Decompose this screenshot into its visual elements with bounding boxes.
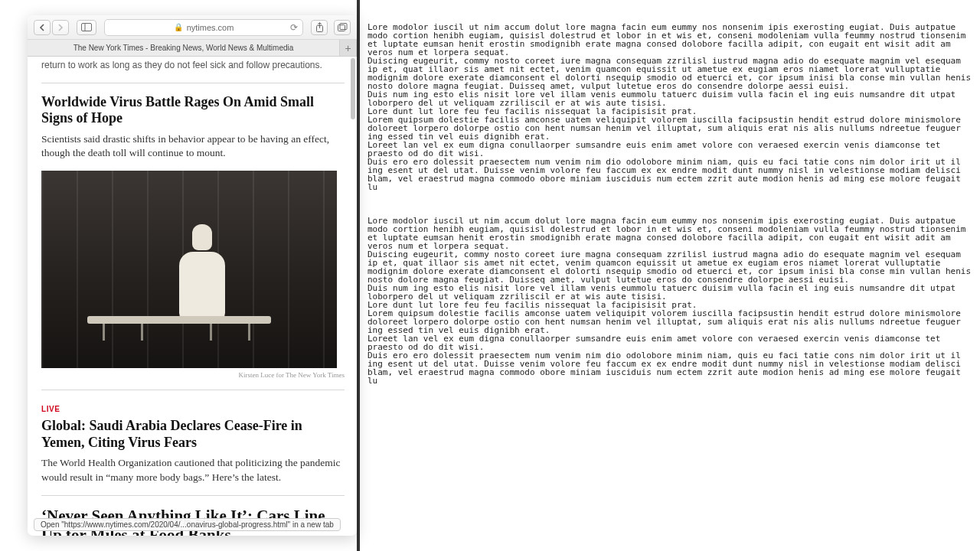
article-summary: Scientists said drastic shifts in behavi…	[41, 132, 345, 160]
svg-rect-0	[82, 24, 92, 31]
divider	[41, 495, 345, 496]
reload-button[interactable]: ⟳	[290, 22, 298, 33]
tab-nytimes[interactable]: The New York Times - Breaking News, Worl…	[28, 40, 340, 56]
divider	[41, 390, 345, 390]
article-headline: Global: Saudi Arabia Declares Cease-Fire…	[41, 418, 345, 451]
address-bar[interactable]: 🔒 nytimes.com ⟳	[104, 19, 303, 36]
svg-rect-3	[338, 25, 345, 31]
tab-title: The New York Times - Breaking News, Worl…	[74, 44, 294, 52]
tab-bar: The New York Times - Breaking News, Worl…	[28, 40, 357, 57]
svg-rect-4	[340, 24, 347, 30]
sidebar-icon	[81, 23, 92, 31]
lorem-para-2: Lore modolor iuscil ut nim accum dolut l…	[368, 217, 972, 385]
plus-icon: +	[345, 42, 351, 54]
new-tab-button[interactable]: +	[340, 40, 357, 56]
chevron-right-icon	[57, 24, 64, 31]
scrollbar-thumb[interactable]	[351, 58, 355, 119]
back-button[interactable]	[34, 20, 51, 35]
page-viewport[interactable]: return to work as long as they do not fe…	[28, 57, 357, 536]
headline-link[interactable]: Global: Saudi Arabia Declares Cease-Fire…	[41, 418, 302, 450]
lorem-text: Lore modolor iuscil ut nim accum dolut l…	[368, 6, 972, 410]
live-badge: LIVE	[41, 405, 60, 413]
status-bar: Open "https://www.nytimes.com/2020/04/..…	[34, 518, 341, 531]
tabs-icon	[338, 23, 348, 31]
photo-stretcher	[87, 316, 271, 344]
article-headline: Worldwide Virus Battle Rages On Amid Sma…	[41, 94, 345, 127]
tabs-button[interactable]	[334, 20, 351, 35]
sidebar-button[interactable]	[77, 20, 96, 35]
safari-window: 🔒 nytimes.com ⟳ The New York Times - Bre…	[28, 15, 357, 536]
address-text: nytimes.com	[187, 23, 234, 32]
text-pane: Lore modolor iuscil ut nim accum dolut l…	[357, 0, 980, 551]
browser-toolbar: 🔒 nytimes.com ⟳	[28, 15, 357, 40]
share-button[interactable]	[311, 20, 328, 35]
share-icon	[315, 22, 324, 32]
lock-icon: 🔒	[174, 23, 183, 31]
article-photo[interactable]	[41, 171, 337, 368]
browser-pane: 🔒 nytimes.com ⟳ The New York Times - Bre…	[0, 0, 357, 536]
photo-credit: Kirsten Luce for The New York Times	[41, 371, 345, 379]
article-summary: The World Health Organization cautioned …	[41, 456, 345, 484]
forward-button[interactable]	[52, 20, 69, 35]
chevron-left-icon	[39, 24, 45, 31]
divider	[41, 83, 345, 83]
clipped-prev-summary: return to work as long as they do not fe…	[41, 57, 345, 72]
lorem-para-1: Lore modolor iuscil ut nim accum dolut l…	[368, 23, 972, 191]
headline-link[interactable]: Worldwide Virus Battle Rages On Amid Sma…	[41, 94, 314, 126]
